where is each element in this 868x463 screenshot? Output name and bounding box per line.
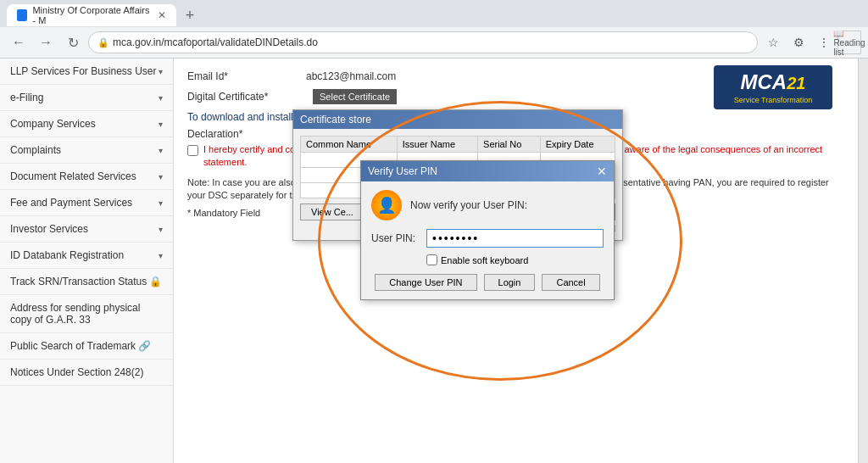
chevron-down-icon: ▾ [159, 198, 163, 208]
sidebar-item-label: e-Filing [10, 92, 43, 103]
scrollbar[interactable] [858, 59, 868, 463]
change-pin-button[interactable]: Change User PIN [375, 274, 476, 291]
url-text: mca.gov.in/mcafoportal/validateDINDetail… [113, 36, 748, 48]
tab-bar: Ministry Of Corporate Affairs - M ✕ + [0, 0, 868, 27]
verify-pin-dialog: Verify User PIN ✕ 👤 Now verify your User… [360, 160, 615, 300]
sidebar-item-label: Fee and Payment Services [10, 197, 132, 209]
toolbar-right: ☆ ⚙ ⋮ 📖 Reading list [761, 31, 861, 54]
select-certificate-button[interactable]: Select Certificate [313, 89, 397, 104]
mca-logo-text: MCA [741, 70, 787, 93]
sidebar-item-label: Notices Under Section 248(2) [10, 366, 143, 378]
verify-pin-body: 👤 Now verify your User PIN: User PIN: En… [361, 181, 614, 299]
close-icon[interactable]: ✕ [597, 165, 607, 178]
login-button[interactable]: Login [484, 274, 536, 291]
sidebar-item-label: Document Related Services [10, 170, 136, 182]
reading-list-icon[interactable]: 📖 Reading list [837, 31, 861, 54]
sidebar-item-label: Company Services [10, 118, 96, 130]
email-label: Email Id* [187, 70, 306, 82]
sidebar-item-label: ID Databank Registration [10, 249, 124, 261]
sidebar-item-label: Investor Services [10, 223, 88, 235]
menu-icon[interactable]: ⋮ [812, 31, 836, 54]
pin-icon: 👤 [371, 190, 402, 220]
sidebar-item-complaints[interactable]: Complaints ▾ [0, 137, 173, 164]
tab-title: Ministry Of Corporate Affairs - M [32, 5, 151, 25]
pin-header: 👤 Now verify your User PIN: [371, 190, 604, 220]
forward-button[interactable]: → [34, 31, 58, 54]
main-layout: LLP Services For Business User ▾ e-Filin… [0, 59, 868, 463]
sidebar-item-e-filing[interactable]: e-Filing ▾ [0, 85, 173, 111]
sidebar-item-fee-payment[interactable]: Fee and Payment Services ▾ [0, 190, 173, 216]
sidebar: LLP Services For Business User ▾ e-Filin… [0, 59, 174, 463]
declaration-checkbox[interactable] [187, 145, 198, 156]
active-tab[interactable]: Ministry Of Corporate Affairs - M ✕ [7, 4, 176, 26]
verify-pin-title-bar: Verify User PIN ✕ [361, 161, 614, 181]
soft-keyboard-row: Enable soft keyboard [426, 254, 604, 265]
sidebar-item-llp-services[interactable]: LLP Services For Business User ▾ [0, 59, 173, 85]
extensions-icon[interactable]: ⚙ [787, 31, 810, 54]
mca-logo-number: 21 [787, 74, 805, 92]
pin-input[interactable] [426, 229, 604, 248]
refresh-button[interactable]: ↻ [61, 31, 85, 54]
sidebar-item-notices[interactable]: Notices Under Section 248(2) [0, 360, 173, 386]
star-icon[interactable]: ☆ [761, 31, 785, 54]
content-area: MCA21 Service Transformation Email Id* a… [174, 59, 858, 463]
sidebar-item-label: Track SRN/Transaction Status 🔒 [10, 276, 163, 287]
sidebar-item-label: LLP Services For Business User [10, 65, 157, 77]
verify-pin-title-text: Verify User PIN [368, 165, 437, 177]
pin-input-row: User PIN: [371, 229, 604, 248]
sidebar-item-label: Address for sending physical copy of G.A… [10, 302, 163, 326]
tab-favicon [17, 9, 27, 21]
back-button[interactable]: ← [7, 31, 31, 54]
soft-keyboard-label: Enable soft keyboard [441, 255, 528, 265]
sidebar-item-trademark[interactable]: Public Search of Trademark 🔗 [0, 333, 173, 360]
cert-store-title-bar: Certificate store [293, 110, 622, 129]
sidebar-item-address-gar[interactable]: Address for sending physical copy of G.A… [0, 295, 173, 333]
email-value: abc123@hmail.com [306, 70, 396, 82]
col-common-name: Common Name [301, 137, 398, 153]
chevron-down-icon: ▾ [159, 146, 163, 155]
new-tab-button[interactable]: + [180, 5, 200, 25]
sidebar-item-track-srn[interactable]: Track SRN/Transaction Status 🔒 [0, 269, 173, 295]
chevron-down-icon: ▾ [159, 251, 163, 260]
tab-close-button[interactable]: ✕ [158, 9, 166, 21]
pin-buttons: Change User PIN Login Cancel [371, 274, 604, 291]
col-serial-no: Serial No [478, 137, 541, 153]
chevron-down-icon: ▾ [159, 225, 163, 234]
digital-cert-label: Digital Certificate* [187, 91, 306, 103]
col-issuer-name: Issuer Name [397, 137, 477, 153]
col-expiry-date: Expiry Date [540, 137, 615, 153]
pin-cancel-button[interactable]: Cancel [542, 274, 599, 291]
browser-toolbar: ← → ↻ 🔒 mca.gov.in/mcafoportal/validateD… [0, 27, 868, 58]
lock-icon: 🔒 [97, 37, 109, 48]
chevron-down-icon: ▾ [159, 172, 163, 181]
sidebar-item-investor-services[interactable]: Investor Services ▾ [0, 216, 173, 243]
browser-chrome: Ministry Of Corporate Affairs - M ✕ + ← … [0, 0, 868, 59]
cert-store-title-text: Certificate store [300, 114, 371, 126]
chevron-down-icon: ▾ [159, 120, 163, 129]
address-bar[interactable]: 🔒 mca.gov.in/mcafoportal/validateDINDeta… [88, 31, 758, 53]
sidebar-item-document-related[interactable]: Document Related Services ▾ [0, 164, 173, 190]
view-certificate-button[interactable]: View Ce... [300, 204, 364, 220]
soft-keyboard-checkbox[interactable] [426, 254, 437, 265]
chevron-down-icon: ▾ [159, 67, 163, 76]
sidebar-item-id-databank[interactable]: ID Databank Registration ▾ [0, 243, 173, 269]
service-transformation-text: Service Transformation [724, 96, 822, 104]
pin-label: User PIN: [371, 232, 426, 244]
sidebar-item-label: Public Search of Trademark 🔗 [10, 340, 151, 352]
sidebar-item-label: Complaints [10, 144, 61, 156]
pin-prompt-text: Now verify your User PIN: [410, 199, 527, 211]
chevron-down-icon: ▾ [159, 93, 163, 103]
sidebar-item-company-services[interactable]: Company Services ▾ [0, 111, 173, 137]
